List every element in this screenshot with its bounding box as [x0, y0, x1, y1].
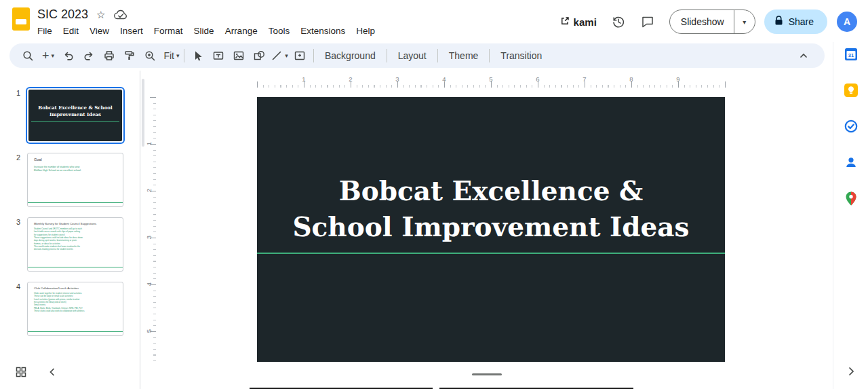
- ruler-number: 6: [536, 75, 539, 83]
- menu-tools[interactable]: Tools: [263, 24, 296, 37]
- layout-button[interactable]: Layout: [391, 46, 434, 65]
- tasks-icon[interactable]: [842, 118, 861, 134]
- ruler-number: 1: [145, 139, 153, 149]
- paint-format-icon[interactable]: [120, 46, 139, 65]
- background-button[interactable]: Background: [317, 46, 383, 65]
- ruler-number: 3: [395, 75, 399, 83]
- slide-thumbnail-4[interactable]: Club Collaboration/Lunch Activities Club…: [27, 282, 123, 336]
- insert-placeholder-icon[interactable]: [290, 46, 309, 65]
- zoom-icon[interactable]: [140, 46, 159, 65]
- text-box-icon[interactable]: [209, 46, 228, 65]
- menu-insert[interactable]: Insert: [115, 24, 149, 37]
- toolbar: + ▾: [9, 43, 825, 68]
- slide-row-2: 2 Goal Increase the number of students w…: [9, 153, 140, 207]
- chevron-right-icon[interactable]: [842, 363, 861, 379]
- search-menus-icon[interactable]: [18, 46, 37, 65]
- avatar[interactable]: A: [837, 12, 857, 32]
- slide-thumbnail-1[interactable]: Bobcat Excellence & School Improvement I…: [27, 88, 123, 143]
- keep-icon[interactable]: [842, 82, 861, 98]
- toolbar-divider: [184, 49, 184, 62]
- insert-shape-icon[interactable]: [250, 46, 269, 65]
- slideshow-dropdown-icon[interactable]: ▾: [734, 18, 755, 26]
- horizontal-ruler: 1 2 3 4 5 6 7 8 9: [257, 76, 726, 88]
- slide-row-3: 3 Monthly Survey for Student Council Sug…: [9, 217, 140, 272]
- thumb-4-body: Clubs work together for student interest…: [34, 292, 117, 312]
- maps-icon[interactable]: [842, 190, 861, 206]
- transition-button[interactable]: Transition: [493, 46, 549, 65]
- drive-saved-icon[interactable]: [114, 10, 127, 20]
- insert-image-icon[interactable]: [229, 46, 248, 65]
- slide-4-number: 4: [9, 282, 27, 291]
- print-icon[interactable]: [100, 46, 119, 65]
- side-panel-rail: 31: [833, 42, 868, 389]
- menu-arrange[interactable]: Arrange: [220, 24, 263, 37]
- document-title[interactable]: SIC 2023: [37, 7, 88, 22]
- grid-view-icon[interactable]: [15, 366, 27, 381]
- slide-2-number: 2: [9, 153, 27, 162]
- line-dropdown-icon[interactable]: ▾: [285, 52, 288, 59]
- toolbar-divider: [387, 49, 387, 62]
- comment-icon[interactable]: [635, 10, 660, 34]
- slide-accent-line: [257, 253, 725, 254]
- menu-slide[interactable]: Slide: [189, 24, 220, 37]
- select-tool-icon[interactable]: [189, 46, 208, 65]
- toolbar-divider: [313, 49, 314, 62]
- ruler-number: 1: [302, 75, 305, 83]
- undo-icon[interactable]: [59, 46, 78, 65]
- toolbar-divider: [437, 49, 438, 62]
- zoom-level-select[interactable]: Fit ▾: [161, 46, 180, 65]
- insert-line-icon[interactable]: ▾: [270, 46, 289, 65]
- redo-icon[interactable]: [79, 46, 98, 65]
- zoom-level-value: Fit: [161, 50, 174, 61]
- thumb-4-title: Club Collaboration/Lunch Activities: [34, 286, 117, 290]
- filmstrip: 1 Bobcat Excellence & School Improvement…: [0, 71, 140, 389]
- menu-format[interactable]: Format: [149, 24, 189, 37]
- lock-icon: [774, 16, 783, 28]
- svg-text:31: 31: [848, 52, 853, 58]
- google-slides-app: SIC 2023 ☆ File Edit View Insert Format: [0, 0, 868, 389]
- menu-edit[interactable]: Edit: [58, 24, 84, 37]
- current-slide[interactable]: Bobcat Excellence & School Improvement I…: [257, 97, 725, 362]
- new-slide-button[interactable]: + ▾: [39, 46, 58, 65]
- new-slide-dropdown-icon[interactable]: ▾: [51, 52, 54, 59]
- menu-help[interactable]: Help: [351, 24, 380, 37]
- speaker-notes-handle[interactable]: [472, 373, 502, 375]
- thumb-1-accent-line: [31, 121, 119, 122]
- slide-canvas[interactable]: 1 2 3 4 5 6 7 8 9 1 2 3 4 5 Bobcat Exc: [140, 71, 833, 389]
- kami-extension-button[interactable]: kami: [560, 16, 597, 28]
- slide-title-line-2: School Improvement Ideas: [257, 209, 725, 245]
- open-in-new-icon: [560, 16, 570, 28]
- slides-logo[interactable]: [12, 7, 30, 31]
- collapse-toolbar-icon[interactable]: [794, 46, 813, 65]
- ruler-number: 7: [583, 75, 586, 83]
- slide-thumbnail-3[interactable]: Monthly Survey for Student Council Sugge…: [27, 217, 123, 272]
- thumb-2-title: Goal: [34, 158, 117, 162]
- star-icon[interactable]: ☆: [96, 10, 105, 20]
- slide-row-1: 1 Bobcat Excellence & School Improvement…: [9, 88, 140, 143]
- slide-row-4: 4 Club Collaboration/Lunch Activities Cl…: [9, 282, 140, 336]
- ruler-number: 5: [489, 75, 492, 83]
- theme-button[interactable]: Theme: [441, 46, 486, 65]
- share-button[interactable]: Share: [764, 10, 827, 34]
- kami-label: kami: [574, 16, 597, 28]
- slideshow-button[interactable]: Slideshow ▾: [669, 10, 755, 34]
- contacts-icon[interactable]: [842, 154, 861, 170]
- ruler-number: 2: [145, 186, 153, 196]
- menu-view[interactable]: View: [84, 24, 115, 37]
- menu-extensions[interactable]: Extensions: [295, 24, 351, 37]
- version-history-icon[interactable]: [606, 10, 631, 34]
- ruler-number: 2: [349, 75, 352, 83]
- collapse-filmstrip-icon[interactable]: [47, 367, 57, 379]
- vertical-ruler-ticks: [144, 97, 156, 362]
- ruler-number: 5: [145, 327, 153, 336]
- thumb-2-accent-line: [28, 202, 123, 203]
- menu-file[interactable]: File: [32, 24, 58, 37]
- slide-thumbnail-2[interactable]: Goal Increase the number of students who…: [27, 153, 123, 207]
- zoom-dropdown-icon[interactable]: ▾: [176, 52, 180, 59]
- slide-title-text[interactable]: Bobcat Excellence & School Improvement I…: [257, 173, 725, 245]
- thumb-3-title: Monthly Survey for Student Council Sugge…: [34, 222, 117, 225]
- toolbar-divider: [489, 49, 490, 62]
- ruler-number: 4: [442, 75, 446, 83]
- calendar-icon[interactable]: 31: [842, 46, 861, 62]
- top-bar: SIC 2023 ☆ File Edit View Insert Format: [0, 0, 868, 42]
